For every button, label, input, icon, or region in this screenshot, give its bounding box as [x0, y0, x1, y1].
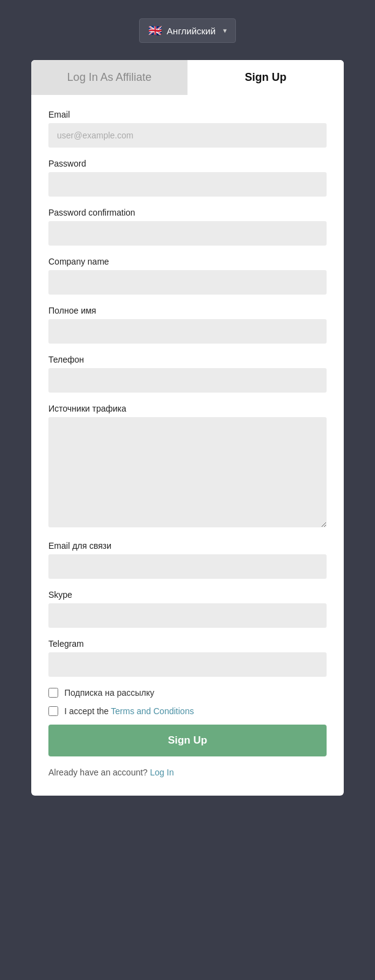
password-confirmation-label: Password confirmation [48, 208, 327, 217]
phone-field-group: Телефон [48, 355, 327, 393]
signup-card: Log In As Affiliate Sign Up Email Passwo… [31, 60, 344, 796]
terms-and-conditions-link[interactable]: Terms and Conditions [111, 706, 194, 716]
terms-label: I accept the Terms and Conditions [64, 706, 194, 716]
newsletter-label: Подписка на рассылку [64, 688, 154, 698]
contact-email-input[interactable] [48, 554, 327, 579]
tab-login[interactable]: Log In As Affiliate [31, 60, 188, 95]
skype-label: Skype [48, 590, 327, 600]
telegram-input[interactable] [48, 652, 327, 677]
signup-form: Email Password Password confirmation Com… [31, 110, 344, 756]
traffic-sources-field-group: Источники трафика [48, 404, 327, 530]
contact-email-label: Email для связи [48, 541, 327, 551]
traffic-sources-textarea[interactable] [48, 417, 327, 527]
full-name-label: Полное имя [48, 306, 327, 315]
password-confirmation-field-group: Password confirmation [48, 208, 327, 246]
full-name-input[interactable] [48, 319, 327, 344]
flag-icon: 🇬🇧 [148, 24, 162, 37]
skype-input[interactable] [48, 603, 327, 628]
terms-checkbox[interactable] [48, 706, 58, 716]
terms-prefix-text: I accept the [64, 706, 111, 716]
password-field-group: Password [48, 159, 327, 197]
skype-field-group: Skype [48, 590, 327, 628]
telegram-field-group: Telegram [48, 639, 327, 677]
chevron-down-icon: ▾ [223, 26, 227, 35]
email-label: Email [48, 110, 327, 119]
company-name-label: Company name [48, 257, 327, 266]
already-account-section: Already have an account? Log In [31, 767, 344, 777]
already-account-text: Already have an account? [48, 767, 148, 777]
password-confirmation-input[interactable] [48, 221, 327, 246]
company-name-field-group: Company name [48, 257, 327, 295]
tab-signup[interactable]: Sign Up [188, 60, 344, 95]
email-field-group: Email [48, 110, 327, 148]
full-name-field-group: Полное имя [48, 306, 327, 344]
signup-button[interactable]: Sign Up [48, 725, 327, 756]
terms-checkbox-group: I accept the Terms and Conditions [48, 706, 327, 716]
tab-bar: Log In As Affiliate Sign Up [31, 60, 344, 95]
password-label: Password [48, 159, 327, 168]
traffic-sources-label: Источники трафика [48, 404, 327, 413]
language-label: Английский [167, 26, 216, 36]
phone-label: Телефон [48, 355, 327, 364]
company-name-input[interactable] [48, 270, 327, 295]
password-input[interactable] [48, 172, 327, 197]
login-link[interactable]: Log In [150, 767, 174, 777]
newsletter-checkbox-group: Подписка на рассылку [48, 688, 327, 698]
newsletter-checkbox[interactable] [48, 688, 58, 698]
phone-input[interactable] [48, 368, 327, 393]
email-input[interactable] [48, 123, 327, 148]
contact-email-field-group: Email для связи [48, 541, 327, 579]
telegram-label: Telegram [48, 639, 327, 649]
language-selector[interactable]: 🇬🇧 Английский ▾ [139, 18, 236, 43]
